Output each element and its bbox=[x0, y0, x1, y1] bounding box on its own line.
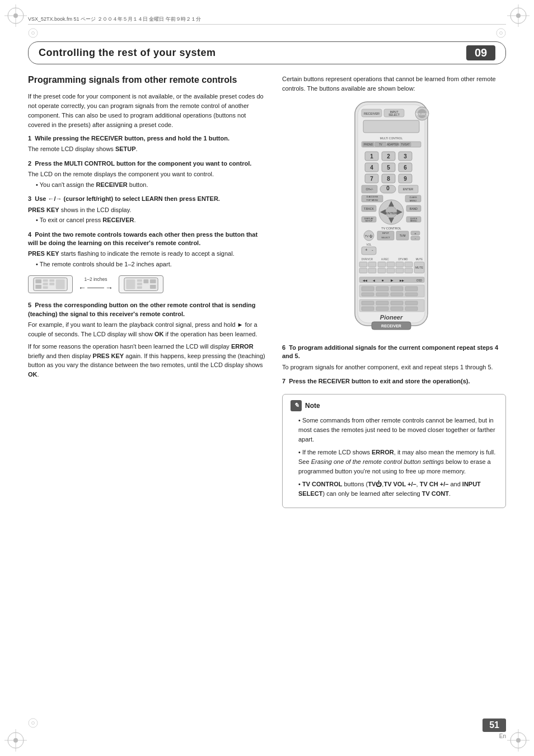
svg-rect-40 bbox=[150, 285, 156, 289]
svg-text:1: 1 bbox=[370, 153, 373, 159]
arrow-right-icon: → bbox=[105, 283, 113, 292]
svg-text:PHONO: PHONO bbox=[364, 143, 373, 146]
reg-mark-inner-bl bbox=[27, 717, 39, 729]
svg-text:ENTER: ENTER bbox=[403, 187, 414, 191]
svg-rect-28 bbox=[43, 283, 48, 285]
note-bullet-1: Some commands from other remote controls… bbox=[291, 416, 498, 444]
svg-rect-158 bbox=[405, 293, 418, 296]
svg-text:TV/M: TV/M bbox=[400, 234, 406, 237]
svg-rect-31 bbox=[49, 283, 54, 285]
note-icon: ✎ bbox=[291, 400, 302, 411]
left-column: Programming signals from other remote co… bbox=[28, 74, 269, 508]
svg-text:MULTI CONTROL: MULTI CONTROL bbox=[380, 137, 403, 140]
svg-text:OSD: OSD bbox=[416, 279, 423, 282]
svg-text:D.ACCESS: D.ACCESS bbox=[367, 195, 378, 198]
step-2: 2 Press the MULTI CONTROL button for the… bbox=[28, 159, 269, 189]
svg-text:2: 2 bbox=[387, 153, 390, 159]
step-1-number: 1 bbox=[28, 135, 35, 142]
svg-point-19 bbox=[500, 32, 503, 35]
diagram-arrow-area: 1–2 inches ← → bbox=[78, 276, 113, 292]
filepath-bar: VSX_52TX.book.fm 51 ページ ２００４年５月１４日 金曜日 午… bbox=[28, 15, 506, 25]
right-step-6: 6 To program additional signals for the … bbox=[282, 344, 506, 372]
step-1-body: The remote LCD display shows SETUP. bbox=[28, 144, 269, 154]
reg-mark-inner-tl bbox=[27, 27, 39, 39]
svg-rect-157 bbox=[391, 293, 403, 296]
step-1-heading: 1 While pressing the RECEIVER button, pr… bbox=[28, 134, 269, 143]
svg-rect-51 bbox=[363, 120, 419, 133]
right-step-6-body: To program signals for another component… bbox=[282, 363, 506, 372]
svg-text:CLASS: CLASS bbox=[409, 196, 416, 199]
page-footer: 51 En bbox=[483, 719, 506, 739]
svg-rect-134 bbox=[387, 262, 395, 267]
svg-text:▶: ▶ bbox=[391, 279, 394, 282]
svg-text:RECEIVER: RECEIVER bbox=[364, 112, 380, 115]
svg-text:3: 3 bbox=[404, 153, 407, 159]
svg-rect-29 bbox=[43, 287, 48, 289]
svg-text:MENU: MENU bbox=[410, 219, 417, 222]
corner-mark-tl bbox=[4, 4, 27, 27]
svg-rect-34 bbox=[126, 280, 135, 290]
svg-point-21 bbox=[32, 722, 35, 725]
svg-rect-161 bbox=[376, 301, 388, 305]
svg-rect-135 bbox=[378, 268, 386, 273]
page: VSX_52TX.book.fm 51 ページ ２００４年５月１４日 金曜日 午… bbox=[0, 0, 534, 756]
svg-rect-133 bbox=[378, 262, 386, 267]
svg-text:MENU: MENU bbox=[410, 199, 416, 202]
svg-text:SELECT: SELECT bbox=[381, 236, 390, 239]
step-5-body2: If for some reasons the operation hasn't… bbox=[28, 342, 269, 379]
svg-text:◀: ◀ bbox=[373, 279, 375, 282]
svg-rect-35 bbox=[137, 280, 142, 282]
remote-diagram: 1–2 inches ← → bbox=[28, 275, 269, 293]
svg-rect-154 bbox=[405, 287, 418, 291]
svg-text:5: 5 bbox=[387, 165, 390, 171]
step-3-body: PRES KEY shows in the LCD display. bbox=[28, 205, 269, 215]
corner-mark-bl bbox=[4, 729, 27, 752]
note-box: ✎ Note Some commands from other remote c… bbox=[282, 394, 506, 508]
svg-text:-: - bbox=[372, 247, 373, 252]
svg-text:MUTE: MUTE bbox=[416, 258, 423, 261]
svg-rect-156 bbox=[376, 293, 388, 296]
page-title: Controlling the rest of your system bbox=[39, 47, 216, 59]
step-2-body: The LCD on the remote displays the compo… bbox=[28, 170, 269, 179]
corner-mark-br bbox=[507, 729, 530, 752]
arrow-middle-line bbox=[87, 288, 104, 288]
svg-text:TOP MENU: TOP MENU bbox=[367, 199, 378, 201]
svg-text:Pioneer: Pioneer bbox=[380, 314, 403, 321]
arrow-left-icon: ← bbox=[78, 283, 86, 292]
svg-text:ENTER: ENTER bbox=[386, 212, 397, 215]
step-4-bullet: The remote controls should be 1–2 inches… bbox=[28, 260, 269, 269]
svg-rect-139 bbox=[396, 268, 404, 273]
svg-rect-39 bbox=[150, 280, 156, 284]
step-2-bullet: You can't assign the RECEIVER button. bbox=[28, 180, 269, 190]
remote-box-2 bbox=[119, 275, 163, 293]
svg-rect-37 bbox=[137, 287, 142, 289]
filepath-text: VSX_52TX.book.fm 51 ページ ２００４年５月１４日 金曜日 午… bbox=[28, 16, 201, 22]
svg-text:■: ■ bbox=[382, 279, 383, 282]
svg-point-20 bbox=[29, 719, 38, 727]
step-3-heading: 3 Use ←/→ (cursor left/right) to select … bbox=[28, 195, 269, 203]
svg-text:SETUP: SETUP bbox=[365, 219, 373, 222]
svg-rect-38 bbox=[143, 280, 148, 284]
distance-label: 1–2 inches bbox=[84, 276, 107, 282]
header-bar: Controlling the rest of your system 09 bbox=[28, 41, 506, 64]
page-number: 51 bbox=[483, 719, 506, 732]
svg-text:SOURCE: SOURCE bbox=[415, 112, 429, 116]
chapter-badge: 09 bbox=[466, 45, 495, 60]
step-4: 4 Point the two remote controls towards … bbox=[28, 231, 269, 269]
svg-rect-132 bbox=[368, 268, 376, 273]
svg-text:INPUT: INPUT bbox=[382, 232, 390, 234]
step-2-heading: 2 Press the MULTI CONTROL button for the… bbox=[28, 159, 269, 168]
svg-rect-25 bbox=[35, 280, 41, 284]
svg-rect-166 bbox=[391, 307, 403, 311]
svg-rect-137 bbox=[396, 262, 404, 267]
note-label: Note bbox=[305, 402, 320, 410]
svg-rect-165 bbox=[376, 307, 388, 311]
svg-text:BAND: BAND bbox=[410, 207, 418, 210]
svg-text:TV/SAT: TV/SAT bbox=[401, 143, 410, 146]
svg-rect-130 bbox=[368, 262, 376, 267]
section-title: Programming signals from other remote co… bbox=[28, 74, 269, 86]
svg-rect-167 bbox=[405, 307, 418, 311]
right-column: Certain buttons represent operations tha… bbox=[282, 74, 506, 508]
step-5-heading: 5 Press the corresponding button on the … bbox=[28, 301, 269, 318]
svg-text:4: 4 bbox=[370, 165, 373, 171]
